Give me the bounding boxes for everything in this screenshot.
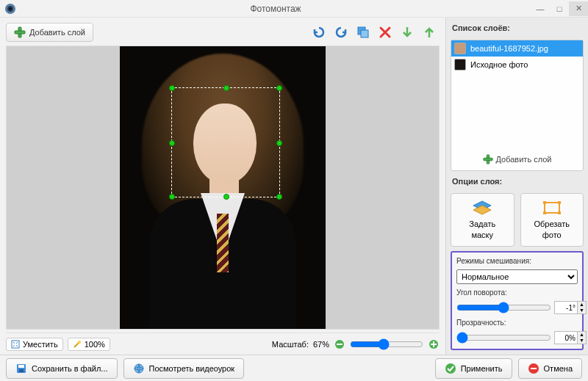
selection-handle[interactable] (169, 85, 175, 91)
options-panel-title: Опции слоя: (451, 175, 584, 189)
zoom-value: 67% (313, 340, 329, 349)
zoom-slider[interactable] (350, 338, 423, 350)
bottom-bar: Сохранить в файл... Посмотреть видеоурок… (0, 355, 588, 381)
opacity-spinner[interactable]: ▲▼ (554, 331, 587, 344)
svg-rect-20 (558, 211, 561, 214)
svg-point-24 (135, 364, 143, 373)
maximize-button[interactable]: □ (550, 1, 569, 16)
selection-handle[interactable] (223, 194, 229, 200)
selection-box[interactable] (171, 87, 280, 197)
minimize-button[interactable]: — (531, 1, 550, 16)
svg-rect-7 (12, 341, 19, 348)
layer-up-button[interactable] (420, 23, 438, 41)
svg-rect-4 (15, 31, 25, 34)
layer-thumb (454, 59, 466, 70)
redo-button[interactable] (332, 23, 350, 41)
angle-value[interactable] (555, 303, 577, 313)
cancel-icon (528, 363, 539, 374)
cancel-button[interactable]: Отмена (518, 358, 582, 379)
svg-point-25 (445, 363, 456, 374)
svg-rect-16 (545, 203, 559, 213)
plus-icon (14, 26, 26, 38)
angle-slider[interactable] (456, 302, 551, 313)
layers-icon (472, 200, 492, 216)
cancel-label: Отмена (544, 364, 573, 373)
zoom-in-button[interactable] (428, 338, 440, 350)
spinner-down[interactable]: ▼ (577, 338, 586, 344)
video-label: Посмотреть видеоурок (149, 364, 235, 373)
opacity-value[interactable] (555, 333, 577, 343)
blend-mode-label: Режимы смешивания: (456, 257, 578, 265)
angle-spinner[interactable]: ▲▼ (554, 301, 587, 314)
selection-handle[interactable] (276, 85, 282, 91)
layer-row[interactable]: Исходное фото (451, 57, 583, 73)
selection-handle[interactable] (276, 140, 282, 146)
add-layer-label: Добавить слой (29, 28, 85, 37)
mask-button-label: Задать маску (469, 219, 495, 240)
canvas-area[interactable] (6, 46, 440, 330)
fit-icon (11, 340, 20, 349)
video-button[interactable]: Посмотреть видеоурок (123, 358, 245, 379)
undo-button[interactable] (310, 23, 328, 41)
crop-button-label: Обрезать фото (534, 219, 570, 240)
zoom-100-button[interactable]: 100% (68, 338, 110, 351)
svg-rect-19 (543, 211, 546, 214)
layers-panel-title: Список слоёв: (451, 22, 584, 35)
app-icon (4, 3, 16, 15)
status-bar: Уместить 100% Масштаб: 67% (6, 333, 440, 352)
zoom-label: Масштаб: (272, 340, 309, 349)
save-button[interactable]: Сохранить в файл... (6, 358, 118, 379)
spinner-down[interactable]: ▼ (577, 308, 586, 313)
spinner-up[interactable]: ▲ (577, 302, 586, 308)
svg-rect-23 (19, 369, 24, 372)
layer-row[interactable]: beautiful-1687952.jpg (451, 40, 583, 57)
layers-list: beautiful-1687952.jpg Исходное фото Доба… (451, 40, 584, 171)
svg-rect-17 (543, 201, 546, 204)
svg-point-2 (9, 7, 12, 10)
wand-icon (73, 340, 82, 349)
apply-button[interactable]: Применить (435, 358, 512, 379)
svg-rect-6 (361, 30, 368, 37)
svg-rect-13 (433, 341, 434, 347)
blend-mode-select[interactable]: Нормальное (456, 269, 578, 284)
selection-handle[interactable] (276, 194, 282, 200)
selection-handle[interactable] (223, 85, 229, 91)
canvas-image (120, 46, 326, 330)
apply-label: Применить (461, 364, 503, 373)
top-toolbar: Добавить слой (6, 22, 440, 43)
svg-rect-18 (558, 201, 561, 204)
svg-rect-15 (483, 159, 492, 162)
plus-icon (483, 154, 493, 164)
layer-thumb (454, 43, 466, 54)
selection-handle[interactable] (169, 194, 175, 200)
close-button[interactable]: ✕ (569, 1, 588, 16)
window-title: Фотомонтаж (21, 4, 531, 14)
save-icon (15, 363, 27, 374)
add-layer-panel-button[interactable]: Добавить слой (483, 154, 552, 164)
opacity-slider[interactable] (456, 332, 551, 344)
svg-rect-22 (18, 365, 24, 368)
svg-point-8 (78, 341, 81, 344)
svg-rect-10 (337, 344, 343, 345)
globe-icon (133, 363, 145, 374)
layer-down-button[interactable] (398, 23, 416, 41)
layer-label: Исходное фото (470, 60, 528, 69)
mask-button[interactable]: Задать маску (451, 193, 514, 247)
title-bar: Фотомонтаж — □ ✕ (0, 0, 588, 18)
save-label: Сохранить в файл... (32, 364, 108, 373)
angle-label: Угол поворота: (456, 289, 578, 297)
duplicate-button[interactable] (354, 23, 372, 41)
layer-label: beautiful-1687952.jpg (470, 44, 548, 53)
spinner-up[interactable]: ▲ (577, 332, 586, 338)
svg-rect-27 (531, 368, 537, 369)
delete-button[interactable] (376, 23, 394, 41)
fit-button[interactable]: Уместить (6, 338, 63, 351)
add-layer-button[interactable]: Добавить слой (6, 23, 93, 42)
opacity-label: Прозрачность: (456, 319, 578, 327)
fit-label: Уместить (23, 340, 58, 349)
zoom-out-button[interactable] (334, 338, 345, 350)
selection-handle[interactable] (169, 140, 175, 146)
crop-icon (542, 200, 562, 216)
zoom-100-label: 100% (85, 340, 105, 349)
crop-button[interactable]: Обрезать фото (520, 193, 584, 247)
